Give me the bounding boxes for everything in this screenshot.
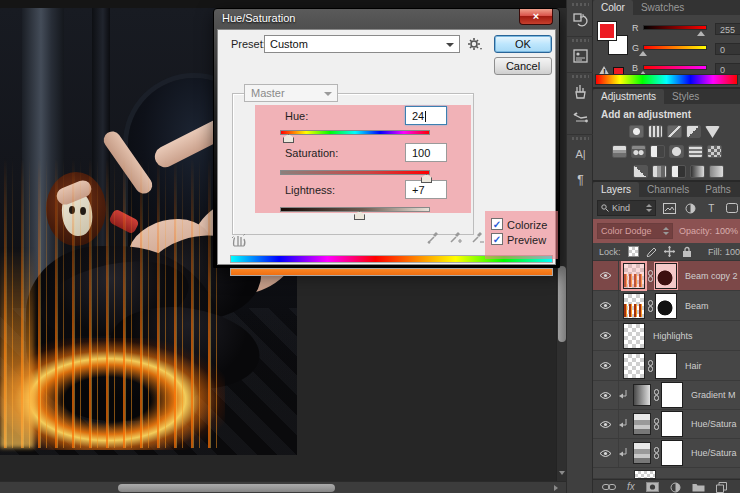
foreground-color-swatch[interactable]	[597, 21, 617, 41]
red-slider[interactable]	[643, 25, 707, 30]
tab-layers[interactable]: Layers	[593, 182, 639, 197]
add-to-sample-eyedropper-icon[interactable]	[448, 229, 465, 247]
add-layer-mask-icon[interactable]	[646, 482, 659, 492]
colorize-checkbox[interactable]	[491, 218, 503, 230]
blend-mode-dropdown[interactable]: Color Dodge	[597, 223, 673, 239]
tab-color[interactable]: Color	[593, 0, 633, 15]
tab-swatches[interactable]: Swatches	[633, 0, 692, 15]
layer-thumbnail[interactable]	[623, 353, 645, 379]
preset-options-gear-icon[interactable]	[468, 37, 484, 51]
layer-visibility-eye-icon[interactable]	[593, 439, 619, 467]
preset-dropdown[interactable]: Custom	[264, 35, 460, 53]
history-panel-icon[interactable]	[569, 8, 592, 31]
layer-name[interactable]: Hair	[685, 361, 702, 371]
filter-pixel-layers-icon[interactable]	[662, 201, 677, 215]
filter-shape-layers-icon[interactable]	[725, 201, 740, 215]
brightness-contrast-adjustment-icon[interactable]	[629, 125, 644, 138]
layer-visibility-eye-icon[interactable]	[593, 291, 619, 320]
exposure-adjustment-icon[interactable]	[686, 125, 701, 138]
layer-thumbnail[interactable]	[633, 413, 651, 435]
layer-thumbnail[interactable]	[623, 263, 645, 289]
close-icon[interactable]: ×	[519, 9, 553, 25]
layer-name[interactable]: Highlights	[653, 331, 693, 341]
green-slider-handle[interactable]	[639, 51, 647, 56]
color-spectrum-ramp[interactable]	[595, 74, 738, 85]
photo-filter-adjustment-icon[interactable]	[669, 145, 684, 158]
paragraph-panel-icon[interactable]: ¶	[569, 168, 592, 191]
layer-row-highlights[interactable]: Highlights	[593, 321, 740, 351]
link-layers-icon[interactable]	[602, 483, 616, 491]
new-layer-icon[interactable]	[716, 482, 727, 493]
eyedropper-icon[interactable]	[426, 229, 443, 247]
layer-mask-thumbnail[interactable]	[655, 293, 677, 319]
tab-channels[interactable]: Channels	[639, 182, 697, 197]
brush-panel-icon[interactable]	[569, 80, 592, 103]
red-slider-handle[interactable]	[697, 31, 705, 36]
levels-adjustment-icon[interactable]	[648, 125, 663, 138]
vibrance-adjustment-icon[interactable]	[705, 126, 720, 138]
posterize-adjustment-icon[interactable]	[652, 165, 667, 178]
dock-grip[interactable]	[572, 39, 589, 42]
horizontal-scrollbar[interactable]	[0, 481, 566, 493]
layer-row-beam-copy-2[interactable]: Beam copy 2	[593, 261, 740, 291]
layer-row-gradient-map[interactable]: Gradient M	[593, 381, 740, 410]
layer-row-partial[interactable]	[593, 468, 740, 479]
layer-name[interactable]: Hue/Satura	[691, 448, 737, 458]
layer-visibility-eye-icon[interactable]	[593, 261, 619, 290]
layer-thumbnail[interactable]	[633, 384, 651, 406]
properties-panel-icon[interactable]	[569, 44, 592, 67]
tab-adjustments[interactable]: Adjustments	[593, 89, 664, 104]
layer-visibility-eye-icon[interactable]	[593, 321, 619, 350]
scroll-right-arrow-icon[interactable]	[554, 485, 558, 491]
layer-name[interactable]: Beam copy 2	[685, 271, 738, 281]
green-value[interactable]: 0	[715, 43, 740, 55]
lock-position-move-icon[interactable]	[663, 246, 676, 258]
brush-presets-panel-icon[interactable]	[569, 106, 592, 129]
selective-color-adjustment-icon[interactable]	[709, 165, 724, 178]
green-slider[interactable]	[643, 45, 707, 50]
filter-type-layers-icon[interactable]: T	[704, 201, 719, 215]
invert-adjustment-icon[interactable]	[633, 165, 648, 178]
layer-name[interactable]: Hue/Satura	[691, 419, 737, 429]
layer-visibility-eye-icon[interactable]	[593, 410, 619, 438]
opacity-value[interactable]: 100%	[715, 226, 738, 236]
layer-mask-thumbnail[interactable]	[661, 411, 683, 437]
lock-all-padlock-icon[interactable]	[681, 246, 694, 258]
new-group-folder-icon[interactable]	[692, 482, 705, 492]
on-image-adjustment-hand-icon[interactable]	[230, 232, 250, 252]
layer-style-fx-icon[interactable]: fx	[627, 482, 635, 492]
lock-transparent-pixels-icon[interactable]	[627, 246, 640, 258]
hue-input[interactable]: 24	[405, 106, 447, 125]
hue-slider[interactable]	[280, 130, 430, 135]
color-balance-adjustment-icon[interactable]	[631, 145, 646, 158]
dock-grip[interactable]	[572, 3, 589, 6]
layer-name[interactable]: Gradient M	[691, 390, 736, 400]
character-panel-icon[interactable]: A|	[569, 142, 592, 165]
gradient-map-adjustment-icon[interactable]	[690, 165, 705, 178]
layer-thumbnail[interactable]	[623, 293, 645, 319]
red-value[interactable]: 255	[715, 23, 740, 35]
cancel-button[interactable]: Cancel	[494, 57, 552, 75]
threshold-adjustment-icon[interactable]	[671, 165, 686, 178]
saturation-slider[interactable]	[280, 170, 430, 175]
layer-thumbnail[interactable]	[633, 442, 651, 464]
fill-value[interactable]: 100%	[725, 247, 740, 257]
filter-adjustment-layers-icon[interactable]	[683, 201, 698, 215]
tab-paths[interactable]: Paths	[697, 182, 739, 197]
layer-mask-thumbnail[interactable]	[655, 263, 677, 289]
tab-styles[interactable]: Styles	[664, 89, 707, 104]
blue-slider[interactable]	[643, 65, 707, 70]
color-lookup-adjustment-icon[interactable]	[707, 145, 722, 158]
new-adjustment-layer-icon[interactable]	[670, 482, 681, 493]
layer-visibility-eye-icon[interactable]	[593, 381, 619, 409]
horizontal-scrollbar-thumb[interactable]	[118, 484, 335, 492]
layer-mask-thumbnail[interactable]	[655, 353, 677, 379]
dock-grip[interactable]	[572, 75, 589, 78]
ok-button[interactable]: OK	[494, 35, 552, 53]
subtract-from-sample-eyedropper-icon[interactable]	[470, 229, 487, 247]
saturation-input[interactable]: 100	[405, 143, 447, 162]
hue-saturation-adjustment-icon[interactable]	[612, 145, 627, 158]
layer-row-beam[interactable]: Beam	[593, 291, 740, 321]
layer-visibility-eye-icon[interactable]	[593, 351, 619, 380]
layer-thumbnail[interactable]	[634, 470, 656, 479]
